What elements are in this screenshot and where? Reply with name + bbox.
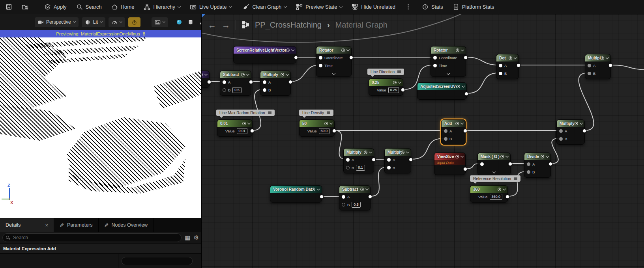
node-dot[interactable]: DotAB [496,54,519,79]
chevron-down-icon[interactable] [505,154,509,158]
advanced-toggle[interactable] [431,71,466,76]
input-pin[interactable] [588,64,591,67]
input-pin[interactable] [263,80,266,84]
toolbar-home[interactable]: Home [107,0,139,14]
value-input[interactable]: 360.0 [490,194,503,200]
output-pin[interactable] [464,92,468,96]
value-input[interactable]: 0.25 [388,87,399,93]
output-pin[interactable] [549,162,552,166]
input-pin[interactable] [319,56,322,60]
chevron-down-icon[interactable] [461,48,464,51]
preview-toggle-icon[interactable] [498,188,501,191]
preview-toggle-icon[interactable] [281,73,284,76]
input-pin[interactable] [588,72,591,75]
output-pin[interactable] [288,80,292,84]
chevron-down-icon[interactable] [462,84,465,87]
node-clipped-node[interactable] [201,71,210,88]
chevron-down-icon[interactable] [546,154,549,158]
preview-toggle-icon[interactable] [601,56,604,60]
toolbar-platform-stats[interactable]: Platform Stats [448,0,499,14]
chevron-down-icon[interactable] [365,187,369,190]
chevron-down-icon[interactable] [329,121,333,125]
input-pin[interactable] [342,195,345,199]
node-const-360[interactable]: 360Value360.0 [470,185,508,203]
node-multiply-2[interactable]: MultiplyAB0.1 [343,148,374,173]
forward-arrow-icon[interactable]: → [222,21,230,29]
output-pin[interactable] [608,63,612,67]
input-pin[interactable] [480,162,484,166]
chevron-down-icon[interactable] [286,73,289,76]
node-subtract-2[interactable]: SubtractAB0.5 [339,185,371,210]
output-pin[interactable] [332,129,336,133]
toolbar-more-options[interactable] [400,0,416,14]
material-graph-panel[interactable]: ScreenRelativeLightVectorSubtractAB0.5Mu… [201,14,644,268]
toolbar-browse[interactable] [17,0,33,14]
preview-toggle-icon[interactable] [242,122,246,125]
viewport-lit-mode-button[interactable]: Lit [82,17,106,27]
advanced-toggle[interactable] [478,169,510,175]
preview-toggle-icon[interactable] [393,81,397,84]
output-pin[interactable] [401,88,405,92]
output-pin[interactable] [464,56,468,60]
output-pin[interactable] [463,167,467,171]
input-pin[interactable] [223,80,226,84]
tab-nodes-overview[interactable]: ✎Nodes Overview [99,218,154,232]
property-field[interactable] [122,257,193,265]
node-multiply-3[interactable]: MultiplyAB [384,148,411,173]
gear-icon[interactable]: ⚙ [194,234,199,241]
column-view-icon[interactable]: ▦ [185,234,190,241]
value-input[interactable]: 0.1 [356,165,365,171]
node-mask-g[interactable]: Mask ( G ) [477,153,511,175]
toolbar-apply[interactable]: Apply [39,0,71,14]
back-arrow-icon[interactable]: ← [208,21,216,29]
input-pin[interactable] [346,166,350,169]
input-pin[interactable] [387,166,391,169]
node-adjusted-screen-uvs[interactable]: AdjustedScreenUVs [417,82,467,100]
comment-bubble[interactable]: Line Max Radom Rotation [216,110,275,116]
value-input[interactable]: 0.01 [237,128,248,134]
breadcrumb-root[interactable]: PP_CrossHatching [255,20,322,30]
comment-bubble[interactable]: Line Direction [367,69,404,75]
chevron-down-icon[interactable] [369,150,372,153]
chevron-down-icon[interactable] [346,48,350,51]
toolbar-stats[interactable]: Stats [417,0,448,14]
preview-toggle-icon[interactable] [455,155,459,158]
input-pin[interactable] [223,88,226,92]
chevron-down-icon[interactable] [398,80,401,84]
node-subtract-1[interactable]: SubtractAB0.5 [220,71,251,96]
preview-toggle-icon[interactable] [401,151,404,154]
output-pin[interactable] [508,162,512,166]
node-const-0-25[interactable]: 0.25Value0.25 [369,78,403,96]
value-input[interactable]: 0.5 [352,202,361,208]
output-pin[interactable] [349,56,353,60]
chevron-down-icon[interactable] [291,48,294,51]
node-multiply-1[interactable]: MultiplyAB [260,71,291,96]
output-pin[interactable] [505,195,509,199]
node-screen-relative-light-vector[interactable]: ScreenRelativeLightVector [233,46,296,63]
input-pin[interactable] [499,72,502,75]
comment-pin-icon[interactable] [514,177,517,180]
node-rotator-1[interactable]: RotatorCoordinateTime [316,46,352,77]
preview-toggle-icon[interactable] [364,151,367,154]
toolbar-search[interactable]: Search [71,0,107,14]
input-pin[interactable] [319,64,322,67]
output-pin[interactable] [517,63,520,67]
preview-toggle-icon[interactable] [455,122,459,125]
input-pin[interactable] [559,137,563,141]
close-icon[interactable]: × [45,222,48,228]
toolbar-hide-unrelated[interactable]: Hide Unrelated [347,0,400,14]
input-pin[interactable] [342,203,345,207]
node-add[interactable]: AddAB [441,119,466,145]
node-multiply-4[interactable]: MultiplyAB [556,119,585,145]
toolbar-clean-graph[interactable]: Clean Graph [238,0,291,14]
node-rotator-2[interactable]: RotatorCoordinateTime [431,46,466,77]
toolbar-live-update[interactable]: Live Update [185,0,236,14]
toolbar-preview-state[interactable]: Preview State [291,0,347,14]
input-pin[interactable] [527,162,530,166]
input-pin[interactable] [263,88,266,92]
preview-toggle-icon[interactable] [324,122,328,125]
output-pin[interactable] [463,129,467,133]
chevron-down-icon[interactable] [461,121,464,125]
tab-details[interactable]: Details× [0,218,54,232]
chevron-down-icon[interactable] [503,187,506,190]
